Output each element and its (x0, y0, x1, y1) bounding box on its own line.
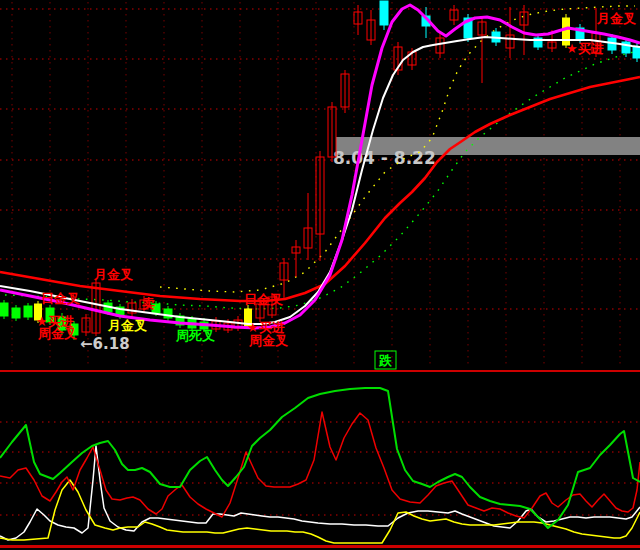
signal-label: 卖 (142, 296, 155, 311)
price-band-label: 8.04 - 8.22 (333, 148, 436, 168)
signal-label: 月金叉 (596, 11, 636, 26)
signal-label: 月金叉 (93, 267, 133, 282)
signal-label: 日金叉 (41, 291, 80, 306)
signal-label: 跌 (378, 353, 392, 368)
signal-label: 周金叉 (248, 333, 288, 348)
signal-label: 周死叉 (175, 328, 215, 343)
bottom-border (0, 545, 640, 548)
candle-body-g (24, 306, 32, 317)
candle-body-g (0, 303, 8, 316)
candle-body-c (633, 47, 640, 58)
signal-label: ★买进 (566, 41, 604, 56)
candle-body-g (12, 308, 20, 318)
signal-label: 日金叉 (244, 292, 283, 307)
stock-chart[interactable]: 8.04 - 8.22月金叉★买进月金叉日金叉卖★买进周金叉月金叉周死叉←6.1… (0, 0, 640, 550)
signal-label: ←6.18 (80, 335, 130, 353)
signal-label: 月金叉 (107, 318, 147, 333)
signal-label: 周金叉 (37, 326, 77, 341)
candle-body-c (380, 1, 388, 25)
ind-red (0, 412, 640, 518)
ind-yellow (0, 480, 640, 543)
chart-screen: 8.04 - 8.22月金叉★买进月金叉日金叉卖★买进周金叉月金叉周死叉←6.1… (0, 0, 640, 550)
